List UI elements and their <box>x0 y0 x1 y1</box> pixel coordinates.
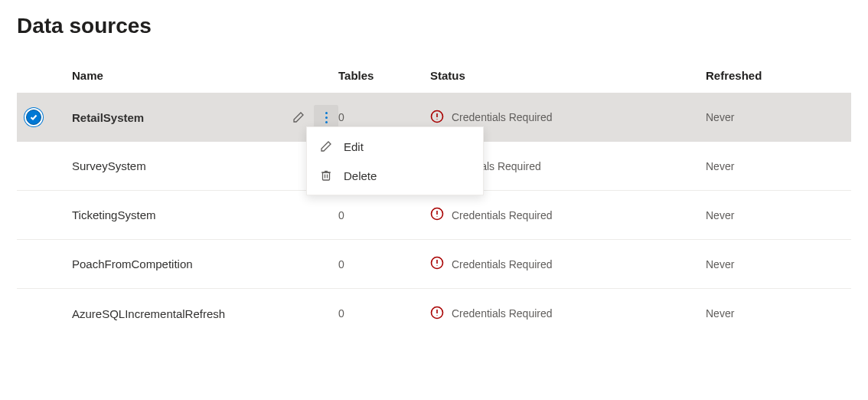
data-sources-table: Name Tables Status Refreshed RetailSyste… <box>17 69 851 338</box>
col-header-refreshed[interactable]: Refreshed <box>706 69 851 82</box>
row-refreshed: Never <box>706 307 851 320</box>
row-tables: 0 <box>338 111 430 123</box>
row-name: TicketingSystem <box>72 208 286 221</box>
warning-icon <box>430 306 444 322</box>
svg-point-11 <box>436 216 437 217</box>
table-row[interactable]: AzureSQLIncrementalRefresh 0 Credentials… <box>17 289 851 338</box>
row-name: AzureSQLIncrementalRefresh <box>72 307 286 320</box>
table-row[interactable]: RetailSystem 0 Credentials Required Neve… <box>17 93 851 142</box>
trash-icon <box>319 169 333 182</box>
col-header-tables[interactable]: Tables <box>338 69 430 82</box>
table-row[interactable]: TicketingSystem 0 Credentials Required N… <box>17 191 851 240</box>
svg-rect-3 <box>323 172 330 180</box>
table-header: Name Tables Status Refreshed <box>17 69 851 93</box>
menu-item-label: Edit <box>344 140 364 153</box>
row-refreshed: Never <box>706 209 851 221</box>
menu-item-edit[interactable]: Edit <box>307 132 483 161</box>
svg-point-2 <box>436 118 437 119</box>
svg-point-14 <box>436 265 437 266</box>
row-status: Credentials Required <box>452 111 553 123</box>
warning-icon <box>430 256 444 272</box>
row-name: SurveySystem <box>72 159 286 172</box>
row-name: PoachFromCompetition <box>72 257 286 270</box>
col-header-name[interactable]: Name <box>72 69 286 82</box>
row-refreshed: Never <box>706 160 851 172</box>
page-title: Data sources <box>17 14 851 38</box>
checkmark-icon[interactable] <box>26 110 41 125</box>
context-menu: Edit Delete <box>306 126 484 195</box>
row-refreshed: Never <box>706 111 851 123</box>
row-name: RetailSystem <box>72 111 286 124</box>
row-status: Credentials Required <box>452 307 553 320</box>
row-tables: 0 <box>338 209 430 221</box>
pencil-icon <box>319 139 333 153</box>
row-status: Credentials Required <box>452 258 553 270</box>
col-header-status[interactable]: Status <box>430 69 706 82</box>
row-refreshed: Never <box>706 258 851 270</box>
row-tables: 0 <box>338 307 430 320</box>
row-tables: 0 <box>338 258 430 270</box>
svg-point-17 <box>436 314 437 315</box>
table-row[interactable]: PoachFromCompetition 0 Credentials Requi… <box>17 240 851 289</box>
row-status: Credentials Required <box>452 209 553 221</box>
warning-icon <box>430 207 444 223</box>
warning-icon <box>430 110 444 126</box>
menu-item-label: Delete <box>344 169 377 182</box>
menu-item-delete[interactable]: Delete <box>307 161 483 190</box>
